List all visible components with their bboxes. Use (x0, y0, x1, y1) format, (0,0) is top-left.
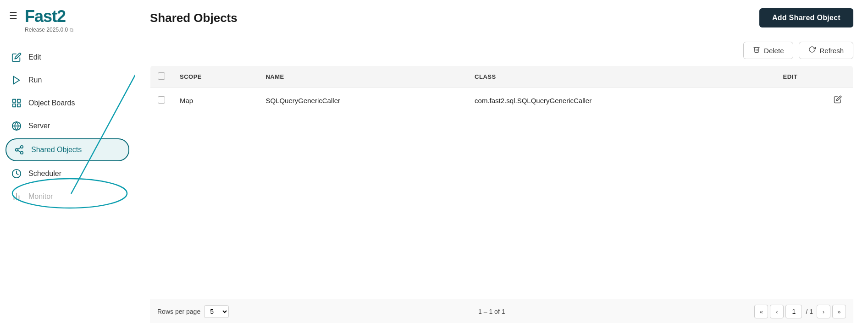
sidebar-item-shared-objects-label: Shared Objects (31, 146, 82, 154)
select-all-checkbox[interactable] (158, 72, 165, 80)
sidebar-item-object-boards[interactable]: Object Boards (0, 92, 135, 115)
logo-area: Fast2 Release 2025.0.0 ⧉ (25, 8, 73, 33)
run-icon (11, 75, 22, 85)
td-class: com.fast2.sql.SQLQueryGenericCaller (467, 88, 775, 114)
release-info: Release 2025.0.0 ⧉ (25, 27, 73, 33)
rows-per-page-section: Rows per page 5 10 25 50 (157, 305, 229, 318)
svg-rect-4 (17, 99, 20, 102)
sidebar-item-edit-label: Edit (28, 53, 41, 61)
th-class: CLASS (467, 66, 775, 88)
td-name: SQLQueryGenericCaller (258, 88, 467, 114)
th-name: NAME (258, 66, 467, 88)
svg-line-12 (18, 148, 21, 149)
sidebar-item-object-boards-label: Object Boards (28, 99, 75, 107)
next-page-button[interactable]: › (817, 305, 830, 318)
refresh-icon (808, 46, 816, 55)
svg-line-11 (18, 150, 21, 152)
row-checkbox[interactable] (158, 96, 165, 104)
page-total: / 1 (806, 308, 813, 315)
sidebar-item-scheduler-label: Scheduler (28, 170, 61, 178)
svg-rect-5 (13, 104, 16, 107)
th-scope: SCOPE (172, 66, 258, 88)
sidebar-item-run[interactable]: Run (0, 69, 135, 92)
sidebar-item-monitor[interactable]: Monitor (0, 185, 135, 208)
hamburger-menu-icon[interactable]: ☰ (9, 11, 17, 20)
th-edit: EDIT (776, 66, 853, 88)
svg-rect-6 (17, 104, 20, 107)
sidebar: ☰ Fast2 Release 2025.0.0 ⧉ Edit (0, 0, 135, 323)
sidebar-item-monitor-label: Monitor (28, 192, 53, 201)
td-checkbox (150, 88, 173, 114)
sidebar-header: ☰ Fast2 Release 2025.0.0 ⧉ (0, 0, 135, 38)
td-edit (776, 88, 853, 114)
svg-rect-3 (13, 99, 16, 102)
first-page-button[interactable]: « (754, 305, 768, 318)
rows-per-page-select[interactable]: 5 10 25 50 (204, 305, 229, 318)
monitor-icon (11, 192, 22, 202)
table-row: Map SQLQueryGenericCaller com.fast2.sql.… (150, 88, 853, 114)
sidebar-item-edit[interactable]: Edit (0, 46, 135, 69)
shared-objects-table: SCOPE NAME CLASS EDIT (150, 66, 853, 114)
scheduler-icon (11, 169, 22, 179)
pagination-bar: Rows per page 5 10 25 50 1 – 1 of 1 « ‹ … (150, 300, 853, 323)
pagination-info: 1 – 1 of 1 (478, 308, 505, 315)
sidebar-nav: Edit Run (0, 46, 135, 316)
rows-per-page-label: Rows per page (157, 308, 200, 315)
external-link-icon[interactable]: ⧉ (70, 27, 73, 33)
app-logo: Fast2 (25, 8, 73, 25)
server-icon (11, 121, 22, 131)
table-header-row: SCOPE NAME CLASS EDIT (150, 66, 853, 88)
row-edit-icon[interactable] (834, 97, 842, 105)
object-boards-icon (11, 98, 22, 108)
table-container: SCOPE NAME CLASS EDIT (135, 66, 868, 300)
current-page-input[interactable] (785, 305, 802, 318)
sidebar-item-server-label: Server (28, 122, 50, 130)
pagination-controls: « ‹ / 1 › » (754, 305, 846, 318)
page-title: Shared Objects (150, 11, 238, 25)
main-header: Shared Objects Add Shared Object (135, 0, 868, 35)
shared-objects-icon (14, 145, 25, 155)
refresh-button[interactable]: Refresh (799, 42, 853, 59)
delete-icon (753, 46, 760, 55)
sidebar-item-server[interactable]: Server (0, 115, 135, 137)
main-content: Shared Objects Add Shared Object Delete (135, 0, 868, 323)
last-page-button[interactable]: » (832, 305, 846, 318)
add-shared-object-button[interactable]: Add Shared Object (759, 8, 853, 27)
th-checkbox (150, 66, 173, 88)
edit-icon (11, 52, 22, 62)
svg-marker-0 (14, 77, 20, 84)
td-scope: Map (172, 88, 258, 114)
sidebar-item-run-label: Run (28, 76, 42, 84)
sidebar-item-scheduler[interactable]: Scheduler (0, 162, 135, 185)
toolbar: Delete Refresh (135, 35, 868, 66)
prev-page-button[interactable]: ‹ (770, 305, 784, 318)
delete-button[interactable]: Delete (743, 42, 793, 59)
sidebar-item-shared-objects[interactable]: Shared Objects (6, 138, 129, 161)
